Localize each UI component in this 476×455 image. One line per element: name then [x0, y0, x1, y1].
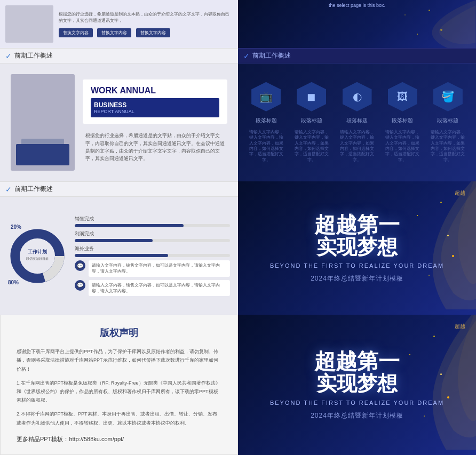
donut-column: 工作计划 以切实做好目前 20% 80% [8, 227, 67, 285]
copyright-title: 版权声明 [17, 326, 221, 339]
small-label-top-2: 超越 [455, 323, 465, 330]
chat-text-0: 请输入文字内容，销售文字内容，如可以是文字内容，请输入文字内容，请入文字内容。 [89, 260, 230, 276]
work-annual-area: WORK ANNUAL BUSINESS REPORT ANNUAL 根据您的行… [0, 63, 238, 181]
big-title-year: 2024年终总结暨新年计划模板 [270, 274, 444, 283]
big-title-text: 超越第一 实现梦想 BEYOND THE FIRST TO REALIZE YO… [270, 213, 444, 284]
big-title-text-2: 超越第一 实现梦想 BEYOND THE FIRST TO REALIZE YO… [270, 349, 444, 420]
icon-desc-3: 请输入文字内容，键入文字内容，输入文字内容，如果内容，如何选择文字，适当搭配好文… [385, 130, 420, 163]
svg-text:以切实做好目前: 以切实做好目前 [26, 256, 49, 260]
main-grid: 根据您的行业选择，希腊通道是制的文本贴，由众的于介绍文字的文字文字，内容取你自己… [0, 0, 476, 455]
check-icon-1: ✓ [5, 52, 12, 60]
chat-bubble-0: 💬 请输入文字内容，销售文字内容，如可以是文字内容，请输入文字内容，请入文字内容… [75, 260, 230, 276]
big-title-english: BEYOND THE FIRST TO REALIZE YOUR DREAM [270, 262, 444, 269]
icon-label-1: 段落标题 [301, 117, 322, 124]
work-annual-img [11, 74, 75, 171]
big-title2-year: 2024年终总结暨新年计划模板 [270, 411, 444, 420]
check-icon-2: ✓ [243, 52, 250, 60]
progress-item-1: 利润完成 [75, 230, 230, 242]
progress-bar-bg-1 [75, 239, 230, 242]
progress-bar-fill-1 [75, 239, 153, 242]
progress-bar-fill-0 [75, 224, 184, 227]
hexagon-0: 📺 [251, 82, 281, 111]
wa-body-text: 根据您的行业选择，希腊通道是的文字贴，由众的于介绍文字文字，内容取你自己的文字，… [85, 132, 225, 163]
bt2-particle-1 [433, 336, 435, 337]
business-box: BUSINESS REPORT ANNUAL [91, 98, 219, 117]
copyright-point2: 2.不得将千库网的PPT模板、PPT素材、本身用于再出售、或者出租、出借、转让、… [17, 410, 221, 427]
progress-label-2: 海外业务 [75, 245, 230, 252]
icon-desc-1: 请输入文字内容，键入文字内容，输入文字内容，如果内容，如何选择文字，适当搭配好文… [294, 130, 329, 163]
row2-left: ✓ 前期工作概述 工作计划 以切实做好目前 20% 80% [0, 181, 238, 315]
icon-desc-4: 请输入文字内容，键入文字内容，输入文字内容，如果内容，如何选择文字，适当搭配好文… [431, 130, 465, 163]
work-annual-body: 根据您的行业选择，希腊通道是的文字贴，由众的于介绍文字文字，内容取你自己的文字，… [83, 129, 227, 165]
chat-icon-1: 💬 [75, 280, 85, 291]
section-label-2: 前期工作概述 [252, 51, 291, 60]
hexagon-3: 🖼 [388, 82, 417, 111]
copyright-intro: 感谢您下载千库网平台上提供的PPT作品，为了保护千库网以及原始作者的利益，请勿复… [17, 347, 221, 373]
icon-label-2: 段落标题 [346, 117, 368, 124]
top-text: 根据您的行业选择，希腊通道是制的文本贴，由众的于介绍文字的文字文字，内容取你自己… [59, 11, 233, 37]
bt2-particle-3 [447, 396, 449, 398]
chart-area: 工作计划 以切实做好目前 20% 80% 销售完成 [0, 197, 238, 315]
big-title2-english: BEYOND THE FIRST TO REALIZE YOUR DREAM [270, 400, 444, 406]
hexagon-4: 🪣 [433, 82, 463, 111]
chart-right-panel: 销售完成 利润完成 海外业务 [75, 215, 230, 296]
top-btn-1[interactable]: 替换文字内容 [59, 28, 93, 37]
progress-bar-fill-2 [75, 254, 168, 257]
section-label-3: 前期工作概述 [14, 185, 53, 194]
bt-particle-5 [447, 235, 449, 236]
top-right-dark: the select page is this box. [238, 0, 476, 48]
chat-icon-0: 💬 [75, 260, 85, 271]
row2-right-big-title: 超越 超越第一 实现梦想 BEYOND THE FIRST TO REALIZE… [238, 181, 476, 315]
icon-item-4: 🪣 段落标题 请输入文字内容，键入文字内容，输入文字内容，如果内容，如何选择文字… [431, 82, 465, 163]
section-header-work-annual: ✓ 前期工作概述 [0, 48, 238, 63]
percent-bottom: 80% [8, 280, 19, 285]
top-desc: 根据您的行业选择，希腊通道是制的文本贴，由众的于介绍文字的文字文字，内容取你自己… [59, 11, 233, 24]
top-thumbnail [5, 5, 53, 43]
icon-label-3: 段落标题 [392, 117, 413, 124]
progress-bar-bg-2 [75, 254, 230, 257]
svg-text:工作计划: 工作计划 [28, 249, 47, 254]
donut-chart: 工作计划 以切实做好目前 20% 80% [8, 227, 67, 285]
progress-item-2: 海外业务 [75, 245, 230, 257]
row3-right-big-title: 超越 超越第一 实现梦想 BEYOND THE FIRST TO REALIZE… [238, 315, 476, 455]
big-title-line2: 实现梦想 [270, 236, 444, 259]
icon-desc-0: 请输入文字内容，键入文字内容，输入文字内容，如果内容，如何选择文字，适当搭配好文… [249, 130, 283, 163]
section-header-icons: ✓ 前期工作概述 [238, 48, 476, 63]
row1-left: ✓ 前期工作概述 WORK ANNUAL BUSINESS REPORT ANN… [0, 48, 238, 181]
icons-row: 📺 段落标题 请输入文字内容，键入文字内容，输入文字内容，如果内容，如何选择文字… [249, 82, 465, 163]
top-left-slide: 根据您的行业选择，希腊通道是制的文本贴，由众的于介绍文字的文字文字，内容取你自己… [0, 0, 238, 48]
work-annual-title-box: WORK ANNUAL BUSINESS REPORT ANNUAL [83, 79, 227, 124]
chat-bubble-1: 💬 请输入文字内容，销售文字内容，如可以是文字内容，请输入文字内容，请入文字内容… [75, 280, 230, 296]
icon-label-4: 段落标题 [437, 117, 458, 124]
icon-item-1: ◼ 段落标题 请输入文字内容，键入文字内容，输入文字内容，如果内容，如何选择文字… [294, 82, 329, 163]
top-right-hint: the select page is this box. [329, 3, 385, 8]
icon-desc-2: 请输入文字内容，键入文字内容，输入文字内容，如果内容，如何选择文字，适当搭配好文… [339, 130, 374, 163]
hexagon-2: ◐ [343, 82, 372, 111]
copyright-point1: 1.在千库网出售的PPT模板是免版权类（RF: Royalty-Free）无限类… [17, 379, 221, 405]
copyright-link: 更多精品PPT模板：http://588ku.com/ppt/ [17, 435, 221, 443]
work-annual-slide: WORK ANNUAL BUSINESS REPORT ANNUAL 根据您的行… [0, 63, 238, 181]
business-icons-area: 📺 段落标题 请输入文字内容，键入文字内容，输入文字内容，如果内容，如何选择文字… [238, 63, 476, 181]
icon-item-3: 🖼 段落标题 请输入文字内容，键入文字内容，输入文字内容，如果内容，如何选择文字… [385, 82, 420, 163]
icon-label-0: 段落标题 [256, 117, 277, 124]
wa-title3: REPORT ANNUAL [94, 109, 216, 114]
row1-right: ✓ 前期工作概述 📺 段落标题 请输入文字内容，键入文字内容，输入文字内容，如果… [238, 48, 476, 181]
chat-text-1: 请输入文字内容，销售文字内容，如可以是文字内容，请输入文字内容，请入文字内容。 [89, 280, 230, 296]
top-btn-2[interactable]: 替换文字内容 [97, 28, 131, 37]
progress-item-0: 销售完成 [75, 215, 230, 227]
bt-particle-3 [452, 255, 454, 257]
progress-label-0: 销售完成 [75, 215, 230, 222]
icon-item-2: ◐ 段落标题 请输入文字内容，键入文字内容，输入文字内容，如果内容，如何选择文字… [339, 82, 374, 163]
progress-bar-bg-0 [75, 224, 230, 227]
work-annual-content: WORK ANNUAL BUSINESS REPORT ANNUAL 根据您的行… [83, 74, 227, 171]
section-header-chart: ✓ 前期工作概述 [0, 181, 238, 197]
top-btn-3[interactable]: 替换文字内容 [136, 28, 170, 37]
wa-title1: WORK ANNUAL [91, 86, 219, 95]
top-buttons: 替换文字内容 替换文字内容 替换文字内容 [59, 27, 233, 37]
copyright-panel: 版权声明 感谢您下载千库网平台上提供的PPT作品，为了保护千库网以及原始作者的利… [0, 315, 238, 455]
percent-top: 20% [11, 224, 21, 230]
check-icon-3: ✓ [5, 185, 12, 194]
big-title2-line2: 实现梦想 [270, 373, 444, 395]
big-title2-line1: 超越第一 [270, 349, 444, 373]
big-title-line1: 超越第一 [270, 213, 444, 236]
